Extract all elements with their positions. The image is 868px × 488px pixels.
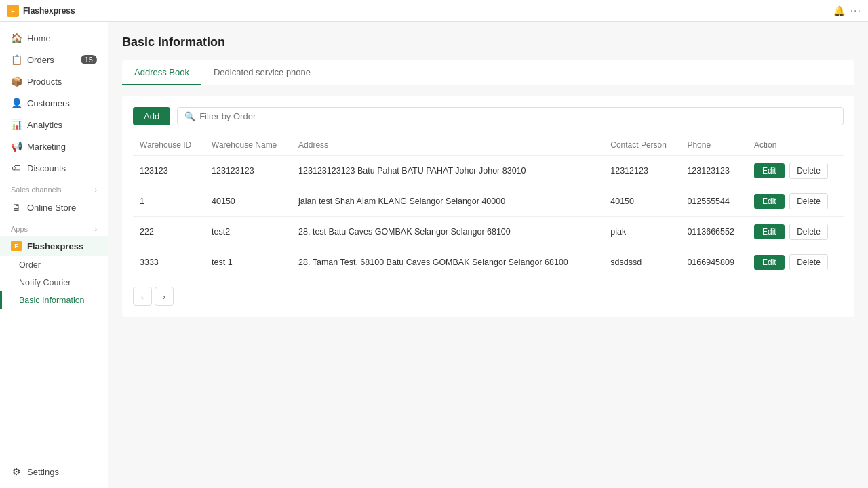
sidebar-sub-order[interactable]: Order: [0, 256, 108, 274]
sidebar-item-marketing[interactable]: 📢 Marketing: [0, 136, 108, 157]
sidebar-item-customers-label: Customers: [27, 98, 70, 108]
cell-phone: 0113666552: [680, 217, 747, 247]
tab-dedicated-service-phone[interactable]: Dedicated service phone: [201, 60, 323, 85]
cell-warehouse-id: 222: [133, 217, 205, 247]
cell-action: Edit Delete: [747, 217, 844, 247]
orders-badge: 15: [81, 55, 97, 64]
sidebar-item-marketing-label: Marketing: [27, 142, 66, 152]
sidebar-item-settings[interactable]: ⚙ Settings: [0, 461, 108, 483]
delete-button[interactable]: Delete: [789, 254, 828, 270]
sidebar: 🏠 Home 📋 Orders 15 📦 Products 👤 Customer…: [0, 22, 108, 488]
next-page-button[interactable]: ›: [155, 287, 174, 306]
sidebar-item-analytics[interactable]: 📊 Analytics: [0, 114, 108, 136]
sidebar-sub-notify-courier[interactable]: Notify Courier: [0, 274, 108, 291]
cell-warehouse-name: 123123123: [205, 156, 292, 186]
cell-contact-person: 40150: [604, 186, 680, 217]
col-action: Action: [747, 135, 844, 156]
marketing-icon: 📢: [11, 141, 22, 152]
flashexpress-icon: F: [11, 241, 22, 251]
warehouse-table: Warehouse ID Warehouse Name Address Cont…: [133, 135, 844, 277]
table-row: 222 test2 28. test Batu Caves GOMBAK Sel…: [133, 217, 844, 247]
col-contact-person: Contact Person: [604, 135, 680, 156]
sidebar-item-products[interactable]: 📦 Products: [0, 70, 108, 92]
topbar-actions: 🔔 ···: [833, 5, 861, 17]
cell-action: Edit Delete: [747, 186, 844, 217]
table-body: 123123 123123123 123123123123 Batu Pahat…: [133, 156, 844, 278]
edit-button[interactable]: Edit: [754, 224, 785, 239]
sidebar-item-settings-label: Settings: [27, 467, 59, 477]
sidebar-item-home[interactable]: 🏠 Home: [0, 27, 108, 49]
search-icon: 🔍: [184, 111, 195, 121]
cell-contact-person: sdsdssd: [604, 247, 680, 278]
edit-button[interactable]: Edit: [754, 163, 785, 178]
prev-page-button[interactable]: ‹: [133, 287, 152, 306]
cell-phone: 012555544: [680, 186, 747, 217]
bell-icon[interactable]: 🔔: [833, 5, 845, 16]
cell-action: Edit Delete: [747, 156, 844, 186]
tabs: Address Book Dedicated service phone: [122, 60, 854, 85]
sidebar-sub-notify-courier-label: Notify Courier: [19, 278, 71, 287]
cell-address: 28. Taman Test. 68100 Batu Caves GOMBAK …: [292, 247, 604, 278]
app-name: Flashexpress: [23, 6, 75, 16]
analytics-icon: 📊: [11, 119, 22, 130]
sidebar-item-orders-label: Orders: [27, 55, 54, 65]
sidebar-item-home-label: Home: [27, 33, 51, 43]
app-logo: F: [7, 5, 19, 17]
cell-warehouse-id: 3333: [133, 247, 205, 278]
cell-warehouse-name: 40150: [205, 186, 292, 217]
sidebar-nav: 🏠 Home 📋 Orders 15 📦 Products 👤 Customer…: [0, 22, 108, 455]
sidebar-item-online-store[interactable]: 🖥 Online Store: [0, 197, 108, 218]
sidebar-item-analytics-label: Analytics: [27, 120, 62, 130]
sidebar-item-orders[interactable]: 📋 Orders 15: [0, 49, 108, 70]
col-warehouse-name: Warehouse Name: [205, 135, 292, 156]
sidebar-sub-order-label: Order: [19, 260, 41, 270]
topbar: F Flashexpress 🔔 ···: [0, 0, 868, 22]
cell-contact-person: 12312123: [604, 156, 680, 186]
edit-button[interactable]: Edit: [754, 255, 785, 270]
cell-address: 123123123123 Batu Pahat BATU PAHAT Johor…: [292, 156, 604, 186]
settings-icon: ⚙: [11, 466, 22, 477]
table-row: 123123 123123123 123123123123 Batu Pahat…: [133, 156, 844, 186]
cell-contact-person: piak: [604, 217, 680, 247]
flashexpress-label: Flashexpress: [27, 241, 83, 251]
search-input[interactable]: [199, 111, 836, 121]
sidebar-sub-basic-information[interactable]: Basic Information: [0, 291, 108, 309]
delete-button[interactable]: Delete: [789, 163, 828, 179]
apps-chevron[interactable]: ›: [95, 226, 97, 233]
sidebar-item-flashexpress[interactable]: F Flashexpress: [0, 236, 108, 256]
pagination: ‹ ›: [133, 287, 844, 306]
cell-phone: 123123123: [680, 156, 747, 186]
table-row: 3333 test 1 28. Taman Test. 68100 Batu C…: [133, 247, 844, 278]
add-button[interactable]: Add: [133, 107, 170, 125]
sidebar-sub-basic-information-label: Basic Information: [19, 296, 85, 305]
cell-warehouse-id: 1: [133, 186, 205, 217]
col-phone: Phone: [680, 135, 747, 156]
col-warehouse-id: Warehouse ID: [133, 135, 205, 156]
apps-section: Apps ›: [0, 218, 108, 236]
sidebar-item-discounts-label: Discounts: [27, 163, 66, 174]
sidebar-bottom: ⚙ Settings: [0, 455, 108, 488]
cell-warehouse-id: 123123: [133, 156, 205, 186]
tab-address-book[interactable]: Address Book: [122, 60, 201, 85]
edit-button[interactable]: Edit: [754, 194, 785, 209]
sidebar-item-discounts[interactable]: 🏷 Discounts: [0, 157, 108, 179]
home-icon: 🏠: [11, 33, 22, 43]
page-title: Basic information: [122, 35, 854, 49]
sidebar-item-products-label: Products: [27, 77, 62, 87]
topbar-brand: F Flashexpress: [7, 5, 75, 17]
table-row: 1 40150 jalan test Shah Alam KLANG Selan…: [133, 186, 844, 217]
cell-address: jalan test Shah Alam KLANG Selangor Sela…: [292, 186, 604, 217]
online-store-icon: 🖥: [11, 202, 22, 213]
table-header: Warehouse ID Warehouse Name Address Cont…: [133, 135, 844, 156]
content-card: Add 🔍 Warehouse ID Warehouse Name Addres…: [122, 96, 854, 317]
customers-icon: 👤: [11, 98, 22, 108]
sidebar-item-customers[interactable]: 👤 Customers: [0, 92, 108, 114]
more-options-icon[interactable]: ···: [850, 5, 861, 17]
products-icon: 📦: [11, 76, 22, 87]
table-toolbar: Add 🔍: [133, 107, 844, 125]
delete-button[interactable]: Delete: [789, 224, 828, 240]
sales-channels-chevron[interactable]: ›: [95, 186, 97, 194]
discounts-icon: 🏷: [11, 163, 22, 174]
cell-action: Edit Delete: [747, 247, 844, 278]
delete-button[interactable]: Delete: [789, 193, 828, 209]
